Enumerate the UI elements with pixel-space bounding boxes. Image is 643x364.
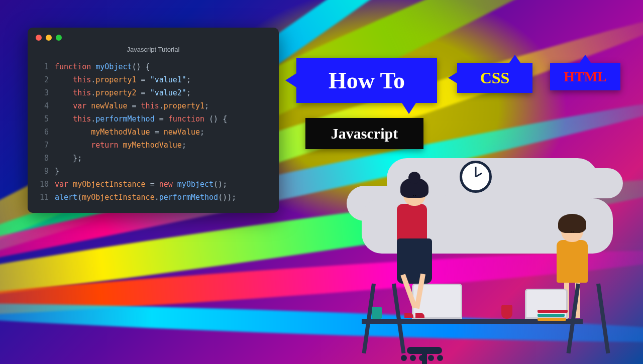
- code-line: 6 myMethodValue = newValue;: [36, 126, 271, 139]
- person-sitting: • •: [397, 182, 432, 320]
- code-line: 11alert(myObjectInstance.performMethod()…: [36, 191, 271, 204]
- window-controls: [28, 35, 279, 43]
- code-editor-window: Javascript Tutorial 1function myObject()…: [28, 28, 279, 213]
- vase-icon: [501, 305, 512, 319]
- tag-css: CSS: [457, 63, 532, 93]
- minimize-icon[interactable]: [46, 35, 52, 41]
- code-line: 4 var newValue = this.property1;: [36, 99, 271, 112]
- code-line: 3 this.property2 = "value2";: [36, 86, 271, 99]
- books-icon: [538, 310, 568, 319]
- code-line: 1function myObject() {: [36, 60, 271, 73]
- code-line: 7 return myMethodValue;: [36, 139, 271, 152]
- maximize-icon[interactable]: [56, 35, 62, 41]
- tag-html: HTML: [550, 63, 620, 90]
- code-line: 8 };: [36, 152, 271, 165]
- window-title: Javascript Tutorial: [28, 46, 279, 53]
- close-icon[interactable]: [36, 35, 42, 41]
- chair-icon: [407, 347, 442, 354]
- illustration: • • • •: [342, 138, 623, 354]
- code-line: 10var myObjectInstance = new myObject();: [36, 178, 271, 191]
- clock-icon: [460, 161, 492, 193]
- code-line: 9}: [36, 165, 271, 178]
- mug-icon: [372, 307, 382, 319]
- code-line: 2 this.property1 = "value1";: [36, 73, 271, 86]
- code-body: 1function myObject() {2 this.property1 =…: [28, 60, 279, 204]
- tag-how-to: How To: [296, 58, 437, 103]
- code-line: 5 this.performMethod = function () {: [36, 112, 271, 126]
